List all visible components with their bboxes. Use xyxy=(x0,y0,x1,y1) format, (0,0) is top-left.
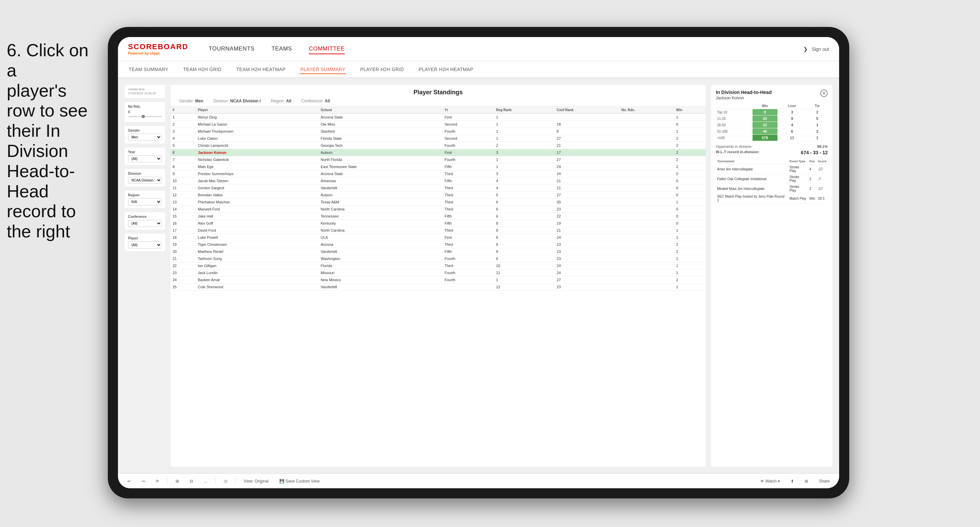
nav-committee[interactable]: COMMITTEE xyxy=(309,44,345,54)
h2h-header: In Division Head-to-Head Jackson Koivun … xyxy=(716,90,828,100)
cell-reg: 6 xyxy=(494,255,555,262)
cell-win: 2 xyxy=(674,241,706,248)
cell-num: 21 xyxy=(170,255,196,262)
table-row[interactable]: 19 Tiger Christensen Arizona Third 8 23 … xyxy=(170,241,706,248)
save-view-label: 💾 Save Custom View xyxy=(279,479,320,484)
sub-nav-team-h2h-grid[interactable]: TEAM H2H GRID xyxy=(183,65,223,73)
cell-win: 1 xyxy=(674,262,706,269)
sub-nav-team-h2h-heatmap[interactable]: TEAM H2H HEATMAP xyxy=(235,65,286,73)
sub-nav-player-h2h-grid[interactable]: PLAYER H2H GRID xyxy=(360,65,405,73)
table-row[interactable]: 1 Wenyi Ding Arizona State First 1 1 xyxy=(170,114,706,121)
rds-slider[interactable] xyxy=(128,116,162,117)
toolbar-share[interactable]: Share xyxy=(816,478,832,485)
year-select[interactable]: (All) xyxy=(128,155,162,162)
toolbar-zoom-in[interactable]: ⊞ xyxy=(173,478,181,485)
cell-yr: Second xyxy=(442,121,494,128)
table-row[interactable]: 7 Nicholas Gabrelcik North Florida Fourt… xyxy=(170,156,706,163)
cell-reg: 1 xyxy=(494,156,555,163)
toolbar-redo[interactable]: ↪ xyxy=(139,478,148,485)
toolbar-zoom-out[interactable]: ⊟ xyxy=(187,478,196,485)
toolbar-more[interactable]: ... xyxy=(201,478,210,485)
player-select[interactable]: (All) xyxy=(128,241,162,249)
table-row[interactable]: 13 Phichaksn Maichon Texas A&M Third 6 3… xyxy=(170,199,706,206)
standings-region: Region: All xyxy=(271,98,291,103)
table-header-row: # Player School Yr Reg Rank Conf Rank No… xyxy=(170,106,706,114)
h2h-close-button[interactable]: ✕ xyxy=(820,90,828,97)
table-row[interactable]: 24 Bastien Amat New Mexico Fourth 1 27 2 xyxy=(170,276,706,284)
table-row[interactable]: 21 Taehoon Song Washington Fourth 6 23 1 xyxy=(170,255,706,262)
table-row[interactable]: 3 Michael Thorbjornsen Stanford Fourth 1… xyxy=(170,128,706,135)
cell-conf: 24 xyxy=(555,163,619,170)
table-row[interactable]: 20 Matthew Riedel Vanderbilt Fifth 8 23 … xyxy=(170,248,706,255)
standings-table: # Player School Yr Reg Rank Conf Rank No… xyxy=(170,106,706,290)
t-type: Match Play xyxy=(788,194,808,203)
sign-out-link[interactable]: Sign out xyxy=(812,46,829,52)
col-school: School xyxy=(319,106,443,114)
nav-tournaments[interactable]: TOURNAMENTS xyxy=(208,44,255,54)
gender-select[interactable]: Men xyxy=(128,134,162,141)
table-row[interactable]: 16 Alex Goff Kentucky Fifth 8 19 0 xyxy=(170,220,706,227)
no-rds-filter: No Rds. 6 xyxy=(125,102,165,122)
cell-player: Bastien Amat xyxy=(196,276,318,284)
table-row[interactable]: 25 Cole Sherwood Vanderbilt 12 23 1 xyxy=(170,284,706,290)
table-row[interactable]: 22 Ian Gilligan Florida Third 10 24 1 xyxy=(170,262,706,269)
sub-nav-player-summary[interactable]: PLAYER SUMMARY xyxy=(300,65,346,74)
table-row[interactable]: 4 Luke Claton Florida State Second 1 27 … xyxy=(170,135,706,142)
t-pos: 4 xyxy=(808,164,816,174)
h2h-win: 8 xyxy=(752,109,777,116)
h2h-row: 26-50 22 4 1 xyxy=(716,122,828,128)
cell-rds xyxy=(619,227,675,234)
cell-player: David Ford xyxy=(196,227,318,234)
table-row[interactable]: 5 Christo Lamprecht Georgia Tech Fourth … xyxy=(170,142,706,149)
h2h-player-name: Jackson Koivun xyxy=(716,96,772,100)
nav-teams[interactable]: TEAMS xyxy=(271,44,292,54)
toolbar-grid[interactable]: ⊞ xyxy=(802,478,811,485)
toolbar-timer[interactable]: ◷ xyxy=(221,478,230,485)
h2h-tie: 1 xyxy=(807,135,828,141)
table-row[interactable]: 10 Jacob Mac Diesen Arkansas Fifth 4 21 … xyxy=(170,178,706,184)
h2h-title: In Division Head-to-Head xyxy=(716,90,772,95)
cell-reg: 6 xyxy=(494,199,555,206)
table-row[interactable]: 17 David Ford North Carolina Third 8 21 … xyxy=(170,227,706,234)
table-row[interactable]: 12 Brendan Valles Auburn Third 5 27 0 xyxy=(170,192,706,199)
division-select[interactable]: NCAA Division I xyxy=(128,177,162,184)
table-row[interactable]: 11 Gordon Sargent Vanderbilt Third 4 21 … xyxy=(170,184,706,192)
toolbar-undo[interactable]: ↩ xyxy=(125,478,134,485)
toolbar-refresh[interactable]: ⟳ xyxy=(153,478,162,485)
cell-school: Washington xyxy=(319,255,443,262)
standings-conference: Conference: All xyxy=(301,98,330,103)
table-row[interactable]: 15 Jake Hall Tennessee Fifth 6 22 0 xyxy=(170,213,706,220)
cell-school: Auburn xyxy=(319,192,443,199)
h2h-loss: 9 xyxy=(778,116,807,122)
cell-rds xyxy=(619,276,675,284)
h2h-label: 26-50 xyxy=(716,122,752,128)
cell-rds xyxy=(619,248,675,255)
table-row[interactable]: 9 Preston Summerhays Arizona State Third… xyxy=(170,170,706,178)
sub-nav-team-summary[interactable]: TEAM SUMMARY xyxy=(128,65,169,73)
cell-yr: Fifth xyxy=(442,163,494,170)
cell-win: 1 xyxy=(674,234,706,241)
sub-nav-player-h2h-heatmap[interactable]: PLAYER H2H HEATMAP xyxy=(418,65,474,73)
cell-school: North Carolina xyxy=(319,227,443,234)
cell-player: Tiger Christensen xyxy=(196,241,318,248)
table-row[interactable]: 14 Maxwell Ford North Carolina Third 6 2… xyxy=(170,206,706,213)
cell-yr: First xyxy=(442,234,494,241)
t-type: Stroke Play xyxy=(788,184,808,194)
toolbar-watch[interactable]: 👁 Watch ▾ xyxy=(757,478,783,485)
table-row[interactable]: 8 Mats Ege East Tennessee State Fifth 1 … xyxy=(170,163,706,170)
t-col-tournament: Tournament xyxy=(716,159,788,164)
standings-header: Player Standings Gender: Men Division: N… xyxy=(170,85,706,106)
conference-select[interactable]: (All) xyxy=(128,220,162,227)
table-row[interactable]: 2 Michael La Sasso Ole Miss Second 1 18 … xyxy=(170,121,706,128)
cell-num: 1 xyxy=(170,114,196,121)
cell-yr: Third xyxy=(442,192,494,199)
table-row[interactable]: 18 Luke Powell ULA First 6 24 1 xyxy=(170,234,706,241)
toolbar-save-view[interactable]: 💾 Save Custom View xyxy=(277,478,323,485)
table-row[interactable]: 23 Jack Lundin Missouri Fourth 11 24 1 xyxy=(170,269,706,276)
toolbar-upload[interactable]: ⬆ xyxy=(788,478,797,485)
table-row[interactable]: 6 Jackson Koivun Auburn First 3 17 2 xyxy=(170,149,706,156)
cell-yr: First xyxy=(442,114,494,121)
toolbar-view-original[interactable]: View: Original xyxy=(241,478,271,485)
cell-conf: 30 xyxy=(555,199,619,206)
region-select[interactable]: N/A xyxy=(128,198,162,205)
